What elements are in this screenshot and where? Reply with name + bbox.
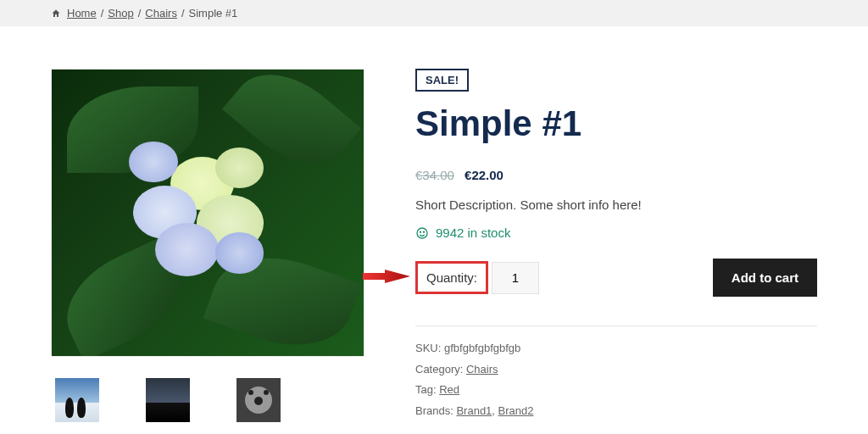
price-new: €22.00 <box>465 168 504 182</box>
smiley-icon <box>415 226 429 240</box>
tag-link[interactable]: Red <box>439 383 459 396</box>
sale-badge: SALE! <box>415 69 469 92</box>
brand-link[interactable]: Brand2 <box>498 404 534 417</box>
product-summary: SALE! Simple #1 €34.00 €22.00 Short Desc… <box>415 69 817 422</box>
breadcrumb-sep: / <box>181 7 185 19</box>
annotation-arrow-icon <box>363 265 410 291</box>
breadcrumb-current: Simple #1 <box>189 7 238 19</box>
quantity-wrapper: Quantity: <box>415 261 539 294</box>
add-to-cart-row: Quantity: Add to cart <box>415 259 817 297</box>
category-label: Category: <box>415 363 466 376</box>
breadcrumb: Home / Shop / Chairs / Simple #1 <box>0 0 868 26</box>
product-price: €34.00 €22.00 <box>415 168 817 182</box>
product-gallery <box>51 69 364 422</box>
product-meta: SKU: gfbfgbfgbfgbfgb Category: Chairs Ta… <box>415 338 817 422</box>
product-container: SALE! Simple #1 €34.00 €22.00 Short Desc… <box>0 26 868 434</box>
product-short-description: Short Description. Some short info here! <box>415 198 817 212</box>
quantity-label: Quantity: <box>415 261 488 294</box>
brand-link[interactable]: Brand1 <box>456 404 492 417</box>
brand-sep: , <box>492 404 498 417</box>
tag-label: Tag: <box>415 383 439 396</box>
meta-brands: Brands: Brand1, Brand2 <box>415 401 817 422</box>
svg-point-1 <box>420 231 420 232</box>
stock-text: 9942 in stock <box>436 225 510 240</box>
product-stock: 9942 in stock <box>415 225 817 240</box>
product-main-image[interactable] <box>51 69 364 357</box>
meta-sku: SKU: gfbfgbfgbfgbfgb <box>415 338 817 359</box>
sku-value: gfbfgbfgbfgbfgb <box>444 342 520 354</box>
breadcrumb-shop[interactable]: Shop <box>108 7 133 19</box>
product-thumbnail[interactable] <box>55 378 99 422</box>
breadcrumb-category[interactable]: Chairs <box>145 7 177 19</box>
meta-separator <box>415 326 817 326</box>
product-thumbnail[interactable] <box>146 378 190 422</box>
svg-point-0 <box>417 228 427 238</box>
home-icon <box>51 8 61 19</box>
breadcrumb-home[interactable]: Home <box>67 7 97 19</box>
meta-tag: Tag: Red <box>415 380 817 401</box>
product-thumbnails <box>51 378 364 422</box>
svg-point-2 <box>423 231 424 232</box>
price-old: €34.00 <box>415 168 454 182</box>
brands-label: Brands: <box>415 404 456 417</box>
sku-label: SKU: <box>415 342 444 354</box>
add-to-cart-button[interactable]: Add to cart <box>713 259 817 297</box>
quantity-input[interactable] <box>492 262 539 294</box>
meta-category: Category: Chairs <box>415 359 817 381</box>
breadcrumb-sep: / <box>138 7 142 19</box>
product-title: Simple #1 <box>415 103 817 144</box>
product-thumbnail[interactable] <box>236 378 281 422</box>
category-link[interactable]: Chairs <box>466 363 498 376</box>
breadcrumb-sep: / <box>101 7 104 19</box>
svg-marker-3 <box>363 270 410 283</box>
